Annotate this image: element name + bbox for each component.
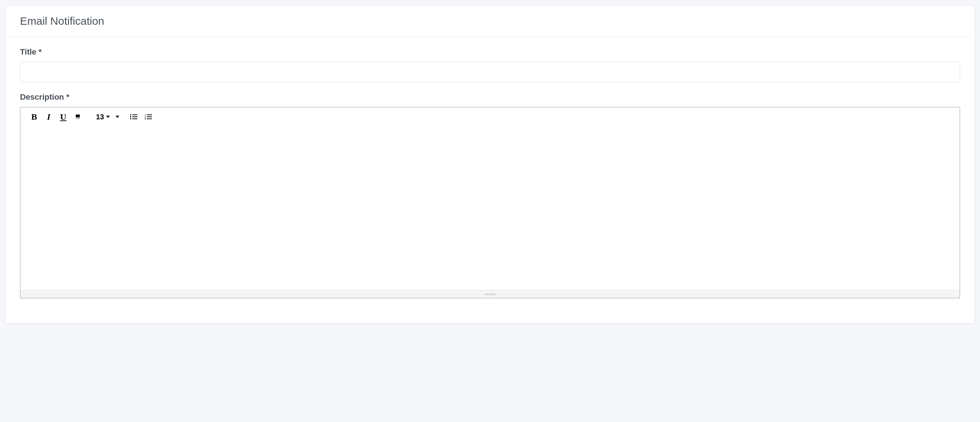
editor-toolbar: B I U <box>21 107 959 126</box>
ordered-list-icon: 1 2 3 <box>145 114 152 120</box>
svg-rect-7 <box>147 115 152 115</box>
italic-icon: I <box>47 112 50 122</box>
underline-icon: U <box>60 112 66 122</box>
italic-button[interactable]: I <box>42 111 55 123</box>
email-notification-card: Email Notification Title * Description *… <box>5 5 975 323</box>
card-header: Email Notification <box>5 5 975 37</box>
unordered-list-button[interactable] <box>127 111 140 123</box>
svg-text:3: 3 <box>145 118 146 120</box>
svg-rect-1 <box>132 115 137 115</box>
description-form-group: Description * B I U <box>20 93 960 298</box>
font-size-value: 13 <box>96 113 104 121</box>
bold-button[interactable]: B <box>28 111 41 123</box>
title-label: Title * <box>20 47 960 57</box>
card-body: Title * Description * B I U <box>5 37 975 323</box>
eraser-button[interactable] <box>71 111 84 123</box>
title-input[interactable] <box>20 62 960 82</box>
svg-rect-5 <box>132 118 137 119</box>
resize-grip-icon <box>485 294 495 295</box>
svg-rect-3 <box>132 117 137 117</box>
description-label: Description * <box>20 93 960 102</box>
chevron-down-icon <box>116 116 119 118</box>
ordered-list-button[interactable]: 1 2 3 <box>142 111 155 123</box>
svg-rect-4 <box>130 118 131 119</box>
description-editor-content[interactable] <box>21 126 959 290</box>
eraser-icon <box>75 113 81 120</box>
underline-button[interactable]: U <box>57 111 70 123</box>
unordered-list-icon <box>130 114 137 120</box>
chevron-down-icon <box>106 116 110 118</box>
editor-resize-handle[interactable] <box>21 290 959 298</box>
title-form-group: Title * <box>20 47 960 82</box>
more-dropdown[interactable] <box>114 116 121 118</box>
page-title: Email Notification <box>20 15 960 27</box>
bold-icon: B <box>31 112 37 122</box>
svg-rect-9 <box>147 117 152 117</box>
svg-rect-0 <box>130 114 131 115</box>
svg-rect-11 <box>147 118 152 119</box>
rich-text-editor: B I U <box>20 107 960 298</box>
svg-rect-2 <box>130 117 131 118</box>
font-size-selector[interactable]: 13 <box>93 113 113 121</box>
